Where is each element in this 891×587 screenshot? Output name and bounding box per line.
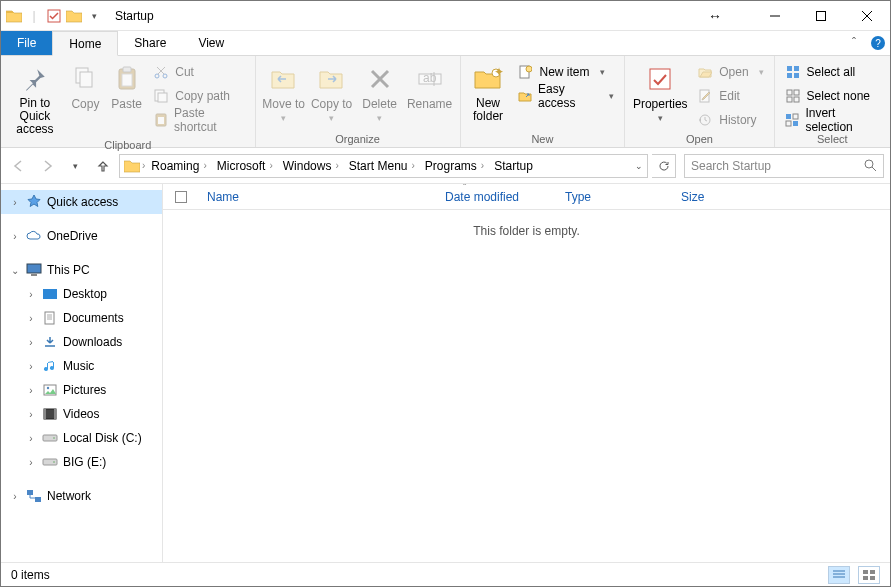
ribbon-tabs: File Home Share View ˆ ?	[1, 31, 890, 56]
svg-rect-45	[31, 274, 37, 276]
svg-rect-56	[43, 435, 57, 441]
new-item-button[interactable]: New item▾	[513, 61, 618, 83]
ribbon-group-clipboard: Pin to Quick access Copy Paste Cut Copy …	[1, 56, 256, 147]
monitor-icon	[25, 261, 43, 279]
copy-to-button[interactable]: Copy to▾	[310, 59, 354, 123]
paste-icon	[111, 63, 143, 95]
svg-rect-41	[793, 121, 798, 126]
nav-onedrive[interactable]: ›OneDrive	[1, 224, 162, 248]
nav-pictures[interactable]: ›Pictures	[1, 378, 162, 402]
tab-home[interactable]: Home	[52, 31, 118, 56]
drive-icon	[41, 453, 59, 471]
nav-quick-access[interactable]: ›Quick access	[1, 190, 162, 214]
large-icons-view-button[interactable]	[858, 566, 880, 584]
nav-big-e[interactable]: ›BIG (E:)	[1, 450, 162, 474]
minimize-button[interactable]	[752, 1, 798, 31]
copy-path-icon	[153, 88, 169, 104]
back-button[interactable]	[7, 154, 31, 178]
rename-button[interactable]: ab Rename	[406, 59, 454, 111]
easy-access-button[interactable]: Easy access▾	[513, 85, 618, 107]
paste-button[interactable]: Paste	[108, 59, 145, 111]
nav-documents[interactable]: ›Documents	[1, 306, 162, 330]
nav-network[interactable]: ›Network	[1, 484, 162, 508]
ribbon-group-open: Properties▾ Open▾ Edit History Open	[625, 56, 774, 147]
nav-this-pc[interactable]: ⌄This PC	[1, 258, 162, 282]
svg-rect-58	[43, 459, 57, 465]
address-bar[interactable]: › Roaming› Microsoft› Windows› Start Men…	[119, 154, 648, 178]
select-all-checkbox[interactable]	[163, 191, 199, 203]
history-icon	[697, 112, 713, 128]
maximize-button[interactable]	[798, 1, 844, 31]
svg-rect-27	[650, 69, 670, 89]
invert-selection-button[interactable]: Invert selection	[781, 109, 884, 131]
resize-cursor-icon: ↔	[708, 8, 722, 24]
svg-rect-9	[122, 74, 132, 86]
search-input[interactable]	[691, 159, 864, 173]
pin-quick-access-button[interactable]: Pin to Quick access	[7, 59, 63, 137]
search-box[interactable]	[684, 154, 884, 178]
cut-icon	[153, 64, 169, 80]
copy-button[interactable]: Copy	[67, 59, 104, 111]
qat-customize-dropdown[interactable]: ▾	[85, 7, 103, 25]
breadcrumb-startmenu[interactable]: Start Menu›	[345, 159, 419, 173]
svg-line-43	[872, 167, 876, 171]
cut-button[interactable]: Cut	[149, 61, 248, 83]
breadcrumb-programs[interactable]: Programs›	[421, 159, 488, 173]
tab-file[interactable]: File	[1, 31, 52, 55]
tab-share[interactable]: Share	[118, 31, 182, 55]
up-button[interactable]	[91, 154, 115, 178]
new-folder-button[interactable]: ✦ New folder	[467, 59, 510, 123]
properties-button[interactable]: Properties▾	[631, 59, 689, 123]
navigation-pane[interactable]: ›Quick access ›OneDrive ⌄This PC ›Deskto…	[1, 184, 163, 562]
move-to-icon	[268, 63, 300, 95]
svg-rect-2	[817, 11, 826, 20]
details-view-button[interactable]	[828, 566, 850, 584]
svg-point-57	[53, 437, 55, 439]
column-type[interactable]: Type	[557, 190, 673, 204]
svg-rect-40	[786, 121, 791, 126]
recent-locations-button[interactable]: ▾	[63, 154, 87, 178]
select-none-button[interactable]: Select none	[781, 85, 884, 107]
nav-desktop[interactable]: ›Desktop	[1, 282, 162, 306]
breadcrumb-windows[interactable]: Windows›	[279, 159, 343, 173]
open-group-label: Open	[631, 131, 767, 145]
nav-local-disk-c[interactable]: ›Local Disk (C:)	[1, 426, 162, 450]
address-dropdown[interactable]: ⌄	[635, 161, 643, 171]
close-button[interactable]	[844, 1, 890, 31]
copy-path-button[interactable]: Copy path	[149, 85, 248, 107]
chevron-right-icon[interactable]: ›	[142, 160, 145, 171]
breadcrumb-roaming[interactable]: Roaming›	[147, 159, 210, 173]
tab-view[interactable]: View	[182, 31, 240, 55]
item-count: 0 items	[11, 568, 50, 582]
qat-newfolder-icon[interactable]	[65, 7, 83, 25]
column-size[interactable]: Size	[673, 190, 753, 204]
column-date[interactable]: Date modified	[437, 190, 557, 204]
breadcrumb-startup[interactable]: Startup	[490, 159, 537, 173]
forward-button[interactable]	[35, 154, 59, 178]
svg-rect-6	[80, 72, 92, 87]
svg-rect-38	[786, 114, 791, 119]
column-headers: Name ˆ Date modified Type Size	[163, 184, 890, 210]
nav-downloads[interactable]: ›Downloads	[1, 330, 162, 354]
delete-button[interactable]: Delete▾	[358, 59, 402, 123]
qat-properties-icon[interactable]	[45, 7, 63, 25]
column-name[interactable]: Name	[199, 190, 437, 204]
move-to-button[interactable]: Move to▾	[262, 59, 306, 123]
history-button[interactable]: History	[693, 109, 767, 131]
invert-selection-icon	[785, 112, 800, 128]
nav-videos[interactable]: ›Videos	[1, 402, 162, 426]
app-folder-icon	[5, 7, 23, 25]
edit-button[interactable]: Edit	[693, 85, 767, 107]
refresh-button[interactable]	[652, 154, 676, 178]
breadcrumb-microsoft[interactable]: Microsoft›	[213, 159, 277, 173]
open-button[interactable]: Open▾	[693, 61, 767, 83]
help-button[interactable]: ?	[866, 31, 890, 55]
svg-rect-60	[27, 490, 33, 495]
select-all-button[interactable]: Select all	[781, 61, 884, 83]
paste-shortcut-button[interactable]: Paste shortcut	[149, 109, 248, 131]
svg-rect-55	[54, 409, 56, 419]
nav-music[interactable]: ›Music	[1, 354, 162, 378]
documents-icon	[41, 309, 59, 327]
collapse-ribbon-button[interactable]: ˆ	[842, 31, 866, 55]
svg-point-26	[526, 66, 532, 72]
